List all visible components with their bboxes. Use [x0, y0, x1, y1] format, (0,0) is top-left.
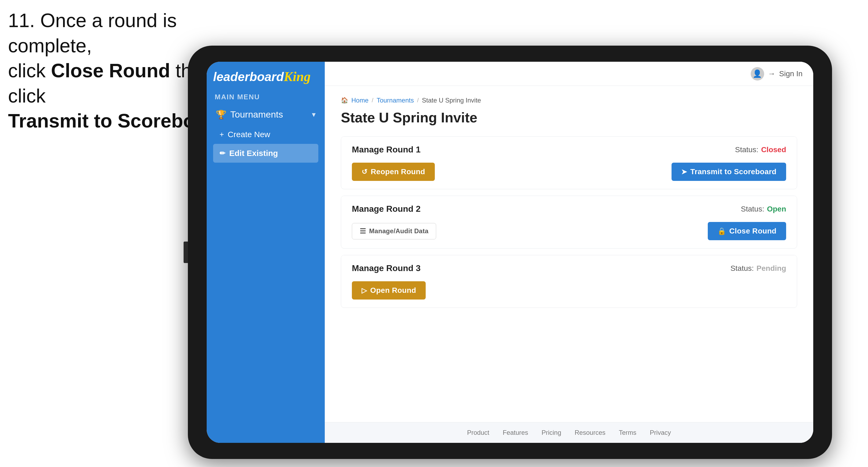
plus-icon: + — [220, 130, 224, 139]
breadcrumb: 🏠 Home / Tournaments / State U Spring In… — [341, 97, 797, 104]
breadcrumb-current: State U Spring Invite — [422, 97, 481, 104]
tournaments-nav-label: Tournaments — [230, 109, 283, 120]
round-2-section: Manage Round 2 Status: Open ☰ Manage/Aud… — [341, 196, 797, 249]
round-2-status-value: Open — [767, 205, 786, 213]
page-title: State U Spring Invite — [341, 110, 797, 126]
top-bar: 👤 → Sign In — [325, 62, 813, 86]
footer-terms[interactable]: Terms — [619, 429, 637, 436]
tablet-side-button — [184, 242, 188, 263]
avatar: 👤 — [751, 67, 764, 81]
logo-area: leaderboardKing — [207, 62, 325, 88]
home-icon: 🏠 — [341, 97, 348, 104]
transmit-scoreboard-label: Transmit to Scoreboard — [690, 167, 776, 176]
logo-leaderboard: leaderboard — [213, 70, 284, 84]
sidebar-sub-nav: + Create New ✏ Edit Existing — [210, 125, 321, 163]
sidebar-nav: 🏆 Tournaments ▾ + Create New ✏ Edit Exis… — [207, 104, 325, 163]
transmit-scoreboard-button[interactable]: ➤ Transmit to Scoreboard — [672, 163, 786, 181]
create-new-label: Create New — [227, 130, 270, 139]
close-icon: 🔒 — [717, 227, 726, 236]
edit-icon: ✏ — [220, 149, 225, 158]
sidebar: leaderboardKing MAIN MENU 🏆 Tournaments … — [207, 62, 325, 443]
footer-product[interactable]: Product — [467, 429, 489, 436]
round-1-section: Manage Round 1 Status: Closed ↺ Reopen R… — [341, 136, 797, 189]
logo-king: King — [284, 69, 311, 84]
round-2-actions: ☰ Manage/Audit Data 🔒 Close Round — [341, 222, 797, 248]
sidebar-item-tournaments[interactable]: 🏆 Tournaments ▾ — [210, 104, 321, 125]
breadcrumb-home[interactable]: Home — [351, 97, 369, 104]
close-round-button[interactable]: 🔒 Close Round — [708, 222, 786, 240]
app-logo: leaderboardKing — [213, 70, 318, 83]
round-3-title: Manage Round 3 — [352, 263, 421, 273]
sidebar-item-create-new[interactable]: + Create New — [213, 125, 318, 144]
main-menu-label: MAIN MENU — [207, 88, 325, 104]
manage-audit-label: Manage/Audit Data — [369, 227, 428, 235]
sign-in-area[interactable]: 👤 → Sign In — [751, 67, 803, 81]
tablet-screen: leaderboardKing MAIN MENU 🏆 Tournaments … — [207, 62, 813, 443]
manage-audit-button[interactable]: ☰ Manage/Audit Data — [352, 223, 436, 240]
round-3-header: Manage Round 3 Status: Pending — [341, 255, 797, 281]
footer-resources[interactable]: Resources — [575, 429, 606, 436]
instruction-line1: 11. Once a round is complete, — [8, 10, 177, 56]
round-1-status: Status: Closed — [735, 146, 786, 154]
reopen-icon: ↺ — [362, 168, 367, 176]
footer-privacy[interactable]: Privacy — [650, 429, 671, 436]
sign-in-label: → — [768, 69, 775, 78]
round-3-status: Status: Pending — [730, 264, 786, 273]
main-content: 👤 → Sign In 🏠 Home / Tournaments / State… — [325, 62, 813, 443]
round-3-actions: ▷ Open Round — [341, 281, 797, 308]
round-2-header: Manage Round 2 Status: Open — [341, 196, 797, 222]
reopen-round-button[interactable]: ↺ Reopen Round — [352, 163, 435, 181]
reopen-round-label: Reopen Round — [371, 167, 425, 176]
round-3-section: Manage Round 3 Status: Pending ▷ Open Ro… — [341, 255, 797, 308]
page-body: 🏠 Home / Tournaments / State U Spring In… — [325, 86, 813, 422]
sign-in-text: Sign In — [779, 69, 803, 78]
edit-existing-label: Edit Existing — [229, 149, 278, 158]
instruction-line2: click Close Round then click — [8, 60, 213, 106]
sidebar-item-edit-existing[interactable]: ✏ Edit Existing — [213, 144, 318, 163]
chevron-down-icon: ▾ — [312, 110, 316, 119]
trophy-icon: 🏆 — [216, 110, 226, 120]
breadcrumb-sep1: / — [372, 97, 373, 104]
tablet-frame: leaderboardKing MAIN MENU 🏆 Tournaments … — [188, 45, 832, 459]
round-2-status: Status: Open — [741, 205, 786, 213]
manage-icon: ☰ — [360, 227, 366, 236]
round-1-actions: ↺ Reopen Round ➤ Transmit to Scoreboard — [341, 163, 797, 189]
open-round-icon: ▷ — [362, 286, 367, 295]
footer-pricing[interactable]: Pricing — [541, 429, 561, 436]
breadcrumb-sep2: / — [417, 97, 419, 104]
round-1-title: Manage Round 1 — [352, 145, 421, 155]
round-3-status-value: Pending — [756, 264, 786, 273]
page-footer: Product Features Pricing Resources Terms… — [325, 422, 813, 443]
round-2-title: Manage Round 2 — [352, 204, 421, 214]
round-1-status-value: Closed — [761, 146, 786, 154]
round-1-header: Manage Round 1 Status: Closed — [341, 136, 797, 163]
open-round-button[interactable]: ▷ Open Round — [352, 281, 426, 300]
footer-features[interactable]: Features — [503, 429, 528, 436]
breadcrumb-tournaments[interactable]: Tournaments — [377, 97, 414, 104]
transmit-icon: ➤ — [681, 168, 687, 176]
open-round-label: Open Round — [370, 286, 416, 295]
close-round-label: Close Round — [729, 227, 776, 236]
